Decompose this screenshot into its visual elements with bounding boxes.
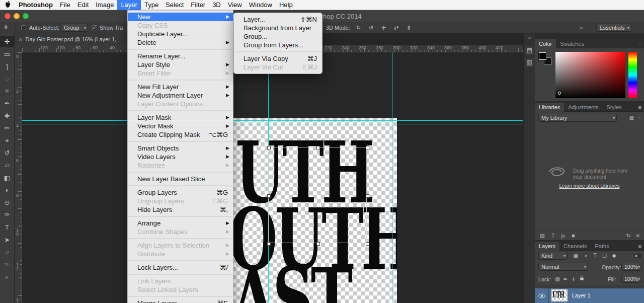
collapsed-panel-icon-2[interactable]: ▥ — [525, 58, 534, 67]
visibility-toggle[interactable] — [535, 288, 549, 303]
transform-handle[interactable] — [316, 242, 320, 246]
grid-view-icon[interactable]: ▦ — [629, 115, 634, 121]
layer-menu-item-hide-layers[interactable]: Hide Layers⌘, — [128, 205, 233, 214]
move-tool[interactable]: ✛ — [0, 36, 14, 47]
libraries-panel-tab-adjustments[interactable]: Adjustments — [564, 103, 603, 112]
zoom-button[interactable] — [23, 13, 29, 19]
lock-transparency-icon[interactable]: ▨ — [553, 275, 561, 283]
transform-handle[interactable] — [267, 242, 271, 246]
layer-menu-item-lock-layers[interactable]: Lock Layers...⌘/ — [128, 263, 233, 272]
healing-brush-tool[interactable]: ✚ — [0, 111, 14, 122]
layer-menu-item-layer-mask[interactable]: Layer Mask▶ — [128, 113, 233, 122]
panel-menu-icon[interactable]: ≡ — [638, 103, 641, 112]
collapse-panels-icon[interactable]: « — [524, 35, 535, 41]
layer-menu-item-create-clipping-mask[interactable]: Create Clipping Mask⌥⌘G — [128, 130, 233, 139]
delete-icon[interactable]: ✕ — [635, 233, 640, 239]
3d-roll-icon[interactable]: ↺ — [365, 24, 377, 32]
libraries-panel-tab-libraries[interactable]: Libraries — [535, 103, 564, 112]
transform-handle[interactable] — [267, 146, 271, 149]
new-submenu-item-group-from-layers[interactable]: Group from Layers... — [234, 41, 322, 49]
transform-handle[interactable] — [366, 242, 369, 246]
sync-icon[interactable]: ↻ — [626, 233, 630, 239]
layer-menu-item-delete[interactable]: Delete▶ — [128, 38, 233, 47]
layer-filter-toggle[interactable] — [634, 254, 641, 258]
panel-menu-icon[interactable]: ≡ — [638, 242, 641, 251]
workspace-switcher[interactable]: Essentials ▾ — [596, 24, 631, 32]
path-selection-tool[interactable]: ➤ — [0, 235, 14, 246]
layer-menu-item-group-layers[interactable]: Group Layers⌘G — [128, 188, 233, 197]
add-graphic-icon[interactable]: ▧ — [540, 233, 545, 239]
hand-tool[interactable]: ☜ — [0, 259, 14, 270]
opacity-dropdown[interactable]: 100% ▾ — [621, 263, 642, 271]
foreground-color-swatch[interactable] — [539, 52, 546, 60]
foreground-background-swatches[interactable] — [539, 52, 555, 68]
minimize-button[interactable] — [14, 13, 20, 19]
saturation-brightness-field[interactable] — [555, 52, 625, 98]
color-picker-cursor[interactable] — [558, 92, 561, 95]
layer-filter-kind-dropdown[interactable]: Kind ▾ — [538, 252, 568, 260]
filter-type-layers-icon[interactable]: T — [590, 252, 600, 260]
auto-select-dropdown[interactable]: Group ▾ — [61, 24, 88, 32]
layer-menu-item-merge-layers[interactable]: Merge Layers⌘E — [128, 299, 233, 303]
layer-menu-item-rename-layer[interactable]: Rename Layer... — [128, 52, 233, 60]
guide-horizontal-2[interactable] — [22, 124, 523, 124]
marquee-tool[interactable]: ▭ — [0, 49, 14, 60]
search-icon[interactable]: ⌕ — [580, 24, 583, 31]
new-submenu-item-background-from-layer[interactable]: Background from Layer — [234, 24, 322, 32]
filter-pixel-layers-icon[interactable]: ▦ — [571, 252, 581, 260]
eyedropper-tool[interactable]: ✒ — [0, 98, 14, 109]
menubar-item-file[interactable]: File — [56, 0, 74, 10]
new-submenu-item-layer-via-copy[interactable]: Layer Via Copy⌘J — [234, 54, 322, 63]
3d-drag-icon[interactable]: ✛ — [377, 24, 390, 32]
quick-selection-tool[interactable]: ◌ — [0, 73, 14, 85]
menubar-item-type[interactable]: Type — [141, 0, 162, 10]
eraser-tool[interactable]: ▱ — [0, 160, 14, 171]
menubar-item-filter[interactable]: Filter — [187, 0, 209, 10]
3d-slide-icon[interactable]: ⇄ — [390, 24, 403, 32]
add-color-icon[interactable]: ■ — [572, 233, 575, 239]
history-brush-tool[interactable]: ↺ — [0, 147, 14, 159]
auto-select-checkbox[interactable] — [21, 25, 26, 30]
apple-icon[interactable] — [0, 0, 15, 10]
new-submenu-item-group[interactable]: Group... — [234, 32, 322, 41]
menubar-item-photoshop[interactable]: Photoshop — [15, 0, 56, 10]
libraries-panel-tab-styles[interactable]: Styles — [603, 103, 626, 112]
lock-all-icon[interactable] — [578, 275, 586, 283]
transform-bounding-box[interactable] — [268, 147, 367, 243]
filter-smart-objects-icon[interactable]: ◆ — [609, 252, 619, 260]
collapsed-panel-icon-1[interactable]: ▤ — [525, 46, 534, 55]
menubar-item-window[interactable]: Window — [246, 0, 276, 10]
transform-handle[interactable] — [316, 146, 320, 149]
blend-mode-dropdown[interactable]: Normal ▾ — [538, 263, 588, 271]
filter-shape-layers-icon[interactable]: ▢ — [600, 252, 609, 260]
close-button[interactable] — [5, 13, 11, 19]
layers-panel-tab-channels[interactable]: Channels — [559, 242, 591, 251]
color-panel-tab-swatches[interactable]: Swatches — [556, 39, 588, 48]
transform-handle[interactable] — [366, 194, 369, 198]
menubar-item-image[interactable]: Image — [92, 0, 117, 10]
menubar-item-3d[interactable]: 3D — [209, 0, 224, 10]
layer-menu-item-duplicate-layer[interactable]: Duplicate Layer... — [128, 30, 233, 38]
add-layer-style-icon[interactable]: fx — [561, 233, 565, 239]
menubar-item-edit[interactable]: Edit — [74, 0, 92, 10]
layers-panel-tab-paths[interactable]: Paths — [591, 242, 613, 251]
vertical-ruler[interactable]: 02468101214 — [15, 52, 22, 303]
filter-adjustment-layers-icon[interactable]: ◑ — [581, 252, 590, 260]
layers-panel-tab-layers[interactable]: Layers — [535, 242, 559, 251]
layer-menu-item-new-fill-layer[interactable]: New Fill Layer▶ — [128, 83, 233, 91]
3d-scale-icon[interactable]: ⇕ — [403, 24, 415, 32]
layer-menu-item-new-layer-based-slice[interactable]: New Layer Based Slice — [128, 175, 233, 183]
layer-menu-item-vector-mask[interactable]: Vector Mask▶ — [128, 122, 233, 130]
pen-tool[interactable]: ✑ — [0, 209, 14, 220]
menubar-item-help[interactable]: Help — [276, 0, 296, 10]
show-transform-checkbox[interactable]: ✓ — [92, 25, 97, 30]
layer-row[interactable]: UTHLayer 1 — [535, 288, 644, 303]
lock-pixels-icon[interactable]: ✏ — [561, 275, 570, 283]
zoom-tool[interactable]: ⌕ — [0, 271, 14, 282]
add-character-style-icon[interactable]: T — [551, 233, 554, 239]
layer-menu-item-new-adjustment-layer[interactable]: New Adjustment Layer▶ — [128, 91, 233, 100]
crop-tool[interactable]: ⌗ — [0, 86, 14, 97]
layer-thumbnail[interactable]: UTH — [552, 290, 567, 301]
document-tab[interactable]: ✕Day Glo Poster.psd @ 16% (Layer 1, — [15, 33, 141, 45]
menubar-item-view[interactable]: View — [224, 0, 246, 10]
